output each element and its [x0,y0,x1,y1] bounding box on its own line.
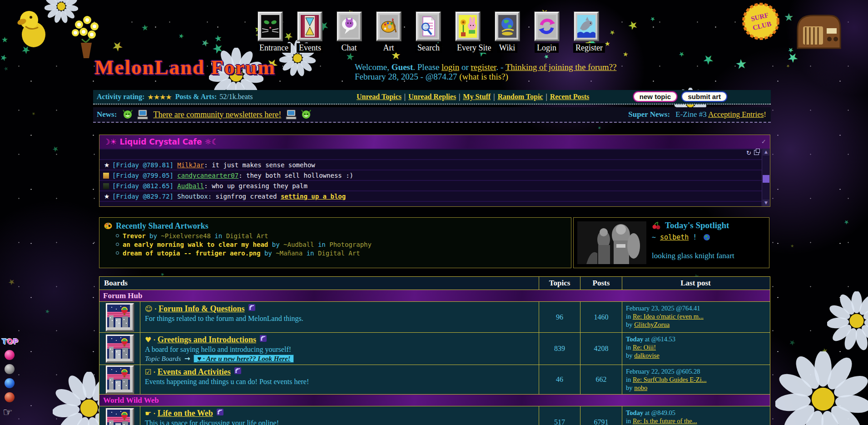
nav-item-entrance[interactable]: Entrance [257,12,283,53]
register-link[interactable]: register [471,62,496,72]
forum-logo[interactable]: MelonLand Forum [94,55,276,79]
topics-count: 46 [539,365,580,394]
last-topic-link[interactable]: Re: Idea o'matic (even m... [633,313,704,320]
board-link[interactable]: Events and Activities [158,367,231,376]
nav-item-art[interactable]: Art [376,12,402,53]
nav-label[interactable]: Events [297,43,323,53]
nav-item-wiki[interactable]: Wiki [494,12,520,53]
artwork-title-link[interactable]: dream of utopia -- frutiger aero.png [123,250,260,257]
artwork-title-link[interactable]: an early morning walk to clear my head [123,241,268,248]
refresh-icon[interactable]: ↻ [746,150,751,156]
random-topic-link[interactable]: Random Topic [497,93,543,100]
spotlight-text: Today's Spotlight ~ solbeth ! looking gl… [652,220,734,260]
nav-item-events[interactable]: Events [297,12,322,53]
expand-icon[interactable] [754,150,759,155]
nav-item-every-site[interactable]: Every Site [455,12,481,53]
palette-art-icon [377,12,401,41]
header-boards: Boards [99,277,539,290]
shout-user-link[interactable]: Audball [177,182,204,190]
shoutbox-scrollbar[interactable]: ▲ ▼ [762,149,770,206]
unread-topics-link[interactable]: Unread Topics [357,93,402,100]
new-topic-button[interactable]: new topic [633,91,677,102]
last-topic-link[interactable]: Re: Oiii! [633,344,656,351]
artwork-board-link[interactable]: Digital Art [226,232,268,240]
pointing-hand-icon[interactable]: ☞ [3,406,25,419]
shout-user-link[interactable]: MilkJar [177,161,204,169]
board-icon[interactable] [106,303,134,331]
accepting-entries-link[interactable]: Accepting Entries [708,110,764,119]
nav-label[interactable]: Entrance [257,43,291,53]
artwork-author-link[interactable]: ~Audball [283,241,314,248]
last-topic-link[interactable]: Re: Is the future of the... [633,417,697,425]
last-topic-link[interactable]: Re: SurfClub Guides E-Zi... [633,376,707,383]
scroll-down-arrow-icon[interactable]: ▼ [763,200,769,206]
board-link[interactable]: Forum Info & Questions [159,304,245,313]
back-to-top-button[interactable]: TOP [2,337,25,346]
board-row-events: ☑ · Events and Activities Events happeni… [99,365,770,395]
category-forum-hub[interactable]: Forum Hub [99,290,770,302]
search-doc-icon [416,12,441,41]
board-icon[interactable] [106,335,134,363]
join-forum-link[interactable]: Thinking of joining the forum?? [506,62,617,72]
nav-label[interactable]: Art [381,43,397,53]
nav-label[interactable]: Search [415,43,442,53]
nav-item-chat[interactable]: Chat [336,12,362,53]
star-decoration: ★ [700,51,717,68]
guest-name: Guest [392,62,413,72]
nav-label[interactable]: Register [573,43,605,53]
blue-orb-button[interactable] [5,378,15,388]
new-here-promo-link[interactable]: ♥ · Are u new here?? Look Here! [193,355,294,363]
shout-blog-link[interactable]: setting up a blog [281,193,346,200]
nav-item-register[interactable]: Register [573,12,599,53]
nav-item-login[interactable]: Login [534,12,560,53]
rss-icon[interactable] [260,335,267,344]
surf-club-badge[interactable]: SURF CLUB [740,2,781,41]
rss-icon[interactable] [248,304,255,313]
submit-art-button[interactable]: submit art [681,91,727,102]
gray-orb-button[interactable] [5,364,15,374]
category-world-wild-web[interactable]: World Wild Web [99,395,770,406]
nav-label[interactable]: Chat [339,43,359,53]
board-link[interactable]: Greetings and Introductions [158,335,256,344]
user-avatar [103,183,109,189]
recent-posts-link[interactable]: Recent Posts [550,93,590,100]
activity-rating-label: Activity rating: [97,93,144,101]
news-label: News: [97,110,117,119]
nav-label[interactable]: Every Site [455,43,493,53]
rss-icon[interactable] [217,409,223,417]
red-orb-button[interactable] [5,392,15,402]
star-avatar-icon: ★ [103,161,110,169]
nav-label[interactable]: Login [535,43,559,53]
spotlight-user-link[interactable]: solbeth [660,233,689,241]
shoutbox-messages: ↻ ★[Friday @789.81] MilkJar: it just mak… [99,149,770,206]
last-post-cell: Today at @614.53 in Re: Oiii! by dalkovi… [622,333,769,365]
artwork-board-link[interactable]: Digital Art [318,250,360,257]
scroll-up-arrow-icon[interactable]: ▲ [763,149,769,155]
last-user-link[interactable]: nobo [634,384,647,391]
star-decoration: ★ [214,34,223,43]
shoutbox-header[interactable]: ☽☀ Liquid Crystal Cafe ☼☾ ✓ [99,135,770,149]
scrollbar-thumb[interactable] [763,175,769,183]
login-link[interactable]: login [441,62,459,72]
board-link[interactable]: Life on the Web [158,409,213,418]
what-is-this-link[interactable]: (what is this?) [459,72,508,81]
spotlight-artwork-image[interactable] [577,221,646,264]
shout-user-link[interactable]: candycanearter07 [177,172,238,179]
computer-icon [286,110,297,120]
board-icon[interactable] [106,408,134,425]
nav-label[interactable]: Wiki [497,43,517,53]
newsletters-link[interactable]: There are community newsletters here! [153,110,281,120]
artwork-author-link[interactable]: ~Pixelverse48 [161,232,211,240]
last-user-link[interactable]: GlitchyZorua [634,321,670,328]
artwork-board-link[interactable]: Photography [329,241,372,248]
artwork-author-link[interactable]: ~Mañana [276,250,303,257]
board-icon[interactable] [106,365,134,394]
unread-replies-link[interactable]: Unread Replies [408,93,456,100]
rss-icon[interactable] [234,367,241,376]
last-user-link[interactable]: dalkovise [634,352,660,359]
my-stuff-link[interactable]: My Stuff [463,93,491,100]
pink-orb-button[interactable] [5,350,15,360]
artwork-title-link[interactable]: Trevor [123,232,146,240]
nav-item-search[interactable]: Search [415,12,441,53]
collapse-icon[interactable]: ✓ [761,135,766,149]
